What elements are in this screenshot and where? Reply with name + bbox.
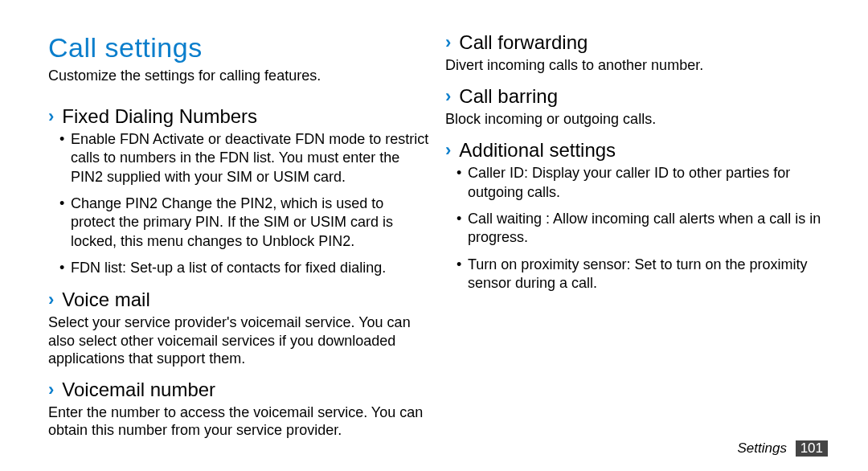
chevron-right-icon: › (48, 108, 54, 125)
section-voicemail-number: › Voicemail number Enter the number to a… (48, 379, 431, 440)
bullet-list: Enable FDN Activate or deactivate FDN mo… (48, 130, 431, 278)
section-heading-label: Additional settings (459, 140, 616, 161)
list-item: Call waiting : Allow incoming call alert… (457, 210, 828, 248)
section-heading-fdn: › Fixed Dialing Numbers (48, 106, 431, 127)
section-body: Block incoming or outgoing calls. (445, 110, 828, 129)
manual-page: Call settings Customize the settings for… (0, 0, 868, 471)
bullet-list: Caller ID: Display your caller ID to oth… (445, 164, 828, 293)
section-heading-call-forwarding: › Call forwarding (445, 32, 828, 53)
section-heading-label: Fixed Dialing Numbers (62, 106, 257, 127)
section-additional: › Additional settings Caller ID: Display… (445, 140, 828, 293)
section-fdn: › Fixed Dialing Numbers Enable FDN Activ… (48, 106, 431, 278)
chevron-right-icon: › (445, 88, 451, 105)
section-body: Divert incoming calls to another number. (445, 56, 828, 75)
chevron-right-icon: › (48, 291, 54, 309)
section-body: Enter the number to access the voicemail… (48, 403, 431, 440)
footer-section-label: Settings (737, 440, 786, 456)
chevron-right-icon: › (48, 381, 54, 399)
section-heading-voicemail: › Voice mail (48, 289, 431, 310)
section-heading-additional: › Additional settings (445, 140, 828, 161)
section-heading-label: Call forwarding (459, 32, 588, 53)
list-item: Caller ID: Display your caller ID to oth… (457, 164, 828, 202)
list-item: FDN list: Set-up a list of contacts for … (59, 259, 431, 277)
page-footer: Settings 101 (737, 440, 828, 457)
section-heading-label: Voicemail number (62, 379, 215, 400)
list-item: Turn on proximity sensor: Set to turn on… (457, 256, 828, 293)
list-item: Change PIN2 Change the PIN2, which is us… (59, 195, 431, 251)
chevron-right-icon: › (445, 34, 451, 51)
section-call-barring: › Call barring Block incoming or outgoin… (445, 86, 828, 129)
page-title: Call settings (48, 32, 431, 63)
section-heading-call-barring: › Call barring (445, 86, 828, 107)
section-voicemail: › Voice mail Select your service provide… (48, 289, 431, 368)
page-intro: Customize the settings for calling featu… (48, 67, 431, 85)
chevron-right-icon: › (445, 141, 451, 159)
section-heading-label: Call barring (459, 86, 558, 107)
section-call-forwarding: › Call forwarding Divert incoming calls … (445, 32, 828, 75)
section-body: Select your service provider's voicemail… (48, 313, 431, 368)
section-heading-voicemail-number: › Voicemail number (48, 379, 431, 400)
section-heading-label: Voice mail (62, 289, 149, 310)
list-item: Enable FDN Activate or deactivate FDN mo… (59, 130, 431, 186)
footer-page-number: 101 (796, 440, 828, 457)
